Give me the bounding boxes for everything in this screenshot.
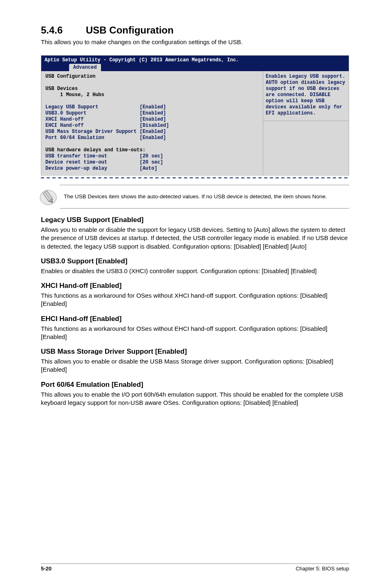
- pencil-note-icon: [39, 188, 57, 206]
- note-text: The USB Devices item shows the auto-dete…: [60, 193, 327, 201]
- bios-item-2[interactable]: XHCI Hand-off [Enabled]: [45, 117, 166, 122]
- bios-devices-label: USB Devices: [45, 86, 78, 92]
- subsection-heading: Legacy USB Support [Enabled]: [41, 216, 349, 224]
- bios-timeout-0[interactable]: USB transfer time-out [20 sec]: [45, 153, 163, 159]
- bios-help-panel: Enables Legacy USB support. AUTO option …: [263, 71, 349, 176]
- subsection-body: This allows you to enable or disable the…: [41, 357, 349, 374]
- bios-left-panel: USB Configuration USB Devices 1 Mouse, 2…: [41, 71, 263, 176]
- subsection-heading: USB3.0 Support [Enabled]: [41, 257, 349, 265]
- subsection-body: This functions as a workaround for OSes …: [41, 325, 349, 341]
- footer-page-number: 5-20: [41, 566, 52, 572]
- bios-screenshot: Aptio Setup Utility - Copyright (C) 2013…: [41, 55, 349, 176]
- section-number: 5.4.6: [41, 25, 86, 36]
- section-title: USB Configuration: [86, 25, 174, 36]
- subsection-body: Allows you to enable or disable the supp…: [41, 226, 349, 251]
- subsection-heading: USB Mass Storage Driver Support [Enabled…: [41, 348, 349, 356]
- note-row: The USB Devices item shows the auto-dete…: [60, 185, 349, 209]
- subsections-container: Legacy USB Support [Enabled]Allows you t…: [41, 216, 349, 407]
- bios-timeout-1[interactable]: Device reset time-out [20 sec]: [45, 159, 163, 165]
- bios-item-4[interactable]: USB Mass Storage Driver Support [Enabled…: [45, 129, 166, 135]
- bios-tab-row: Advanced: [41, 63, 349, 71]
- subsection-heading: XHCI Hand-off [Enabled]: [41, 282, 349, 290]
- bios-tab-advanced[interactable]: Advanced: [69, 64, 101, 72]
- bios-cfg-title: USB Configuration: [45, 74, 95, 79]
- bios-item-3[interactable]: EHCI Hand-off [Disabled]: [45, 123, 169, 128]
- bios-item-0[interactable]: Legacy USB Support [Enabled]: [45, 104, 166, 110]
- bios-timeout-2[interactable]: Device power-up delay [Auto]: [45, 166, 157, 171]
- subsection-body: This allows you to enable the I/O port 6…: [41, 391, 349, 407]
- subsection-heading: Port 60/64 Emulation [Enabled]: [41, 381, 349, 389]
- bios-bottom-edge: [41, 177, 349, 178]
- footer-chapter: Chapter 5: BIOS setup: [296, 566, 349, 572]
- bios-header-text: Aptio Setup Utility - Copyright (C) 2013…: [45, 57, 239, 63]
- page: 5.4.6USB Configuration This allows you t…: [0, 0, 390, 588]
- section-intro: This allows you to make changes on the c…: [41, 38, 349, 45]
- subsection-heading: EHCI Hand-off [Enabled]: [41, 315, 349, 323]
- bios-header: Aptio Setup Utility - Copyright (C) 2013…: [41, 56, 349, 63]
- bios-item-5[interactable]: Port 60/64 Emulation [Enabled]: [45, 135, 166, 141]
- bios-item-1[interactable]: USB3.0 Support [Enabled]: [45, 110, 166, 116]
- bios-timeouts-title: USB hardware delays and time-outs:: [45, 147, 146, 153]
- subsection-body: This functions as a workaround for OSes …: [41, 292, 349, 308]
- note-icon-wrap: [37, 188, 60, 206]
- bios-help-divider: [263, 121, 349, 121]
- bios-devices-value: 1 Mouse, 2 Hubs: [45, 92, 104, 98]
- section-heading: 5.4.6USB Configuration: [41, 25, 349, 36]
- page-footer: 5-20 Chapter 5: BIOS setup: [41, 563, 349, 572]
- bios-help-text: Enables Legacy USB support. AUTO option …: [266, 74, 346, 117]
- bios-body: USB Configuration USB Devices 1 Mouse, 2…: [41, 71, 349, 176]
- subsection-body: Enables or disables the USB3.0 (XHCI) co…: [41, 267, 349, 275]
